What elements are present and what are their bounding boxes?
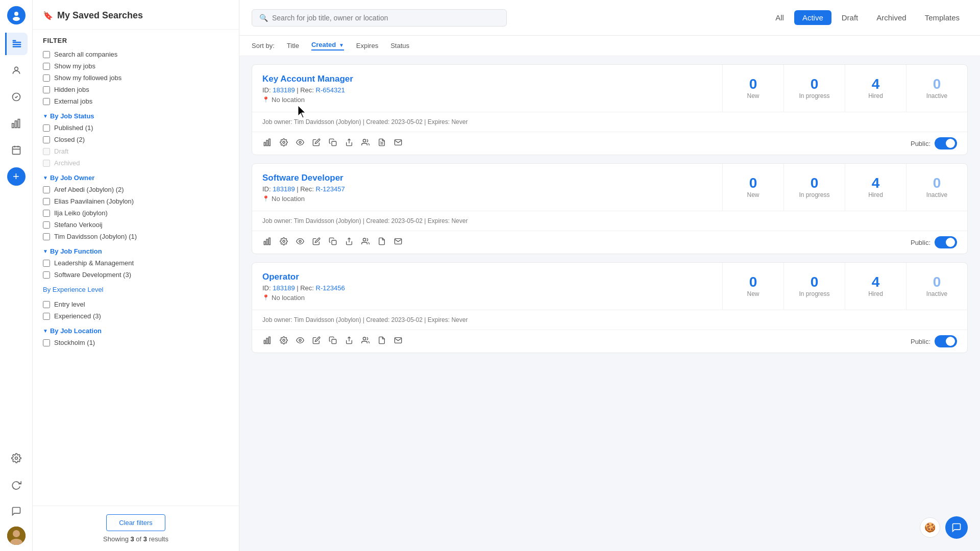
document-icon-btn[interactable] bbox=[377, 137, 387, 149]
tab-active[interactable]: Active bbox=[794, 10, 831, 25]
filter-owner-tim-checkbox[interactable] bbox=[43, 233, 50, 240]
job-rec-link[interactable]: R-654321 bbox=[316, 86, 345, 94]
job-id-link[interactable]: 183189 bbox=[273, 86, 295, 94]
nav-settings-btn[interactable] bbox=[5, 447, 28, 469]
preview-icon-btn[interactable] bbox=[295, 335, 305, 347]
sort-expires[interactable]: Expires bbox=[356, 42, 378, 49]
filter-published-checkbox[interactable] bbox=[43, 124, 50, 132]
filter-experience-entry[interactable]: Entry level bbox=[43, 300, 229, 308]
filter-experience-experienced-checkbox[interactable] bbox=[43, 313, 50, 320]
filter-experience-entry-checkbox[interactable] bbox=[43, 301, 50, 308]
filter-followed-jobs-checkbox[interactable] bbox=[43, 74, 50, 82]
team-icon-btn[interactable] bbox=[360, 137, 371, 149]
filter-hidden-jobs[interactable]: Hidden jobs bbox=[43, 86, 229, 93]
filter-search-all-checkbox[interactable] bbox=[43, 51, 50, 58]
stats-icon-btn[interactable] bbox=[262, 236, 273, 248]
nav-candidates-btn[interactable] bbox=[5, 59, 28, 82]
filter-owner-stefano-checkbox[interactable] bbox=[43, 221, 50, 229]
filter-owner-elias-checkbox[interactable] bbox=[43, 198, 50, 205]
job-rec-link[interactable]: R-123456 bbox=[316, 284, 345, 292]
filter-location-stockholm-checkbox[interactable] bbox=[43, 339, 50, 346]
nav-add-btn[interactable]: + bbox=[7, 167, 26, 186]
stats-icon-btn[interactable] bbox=[262, 137, 273, 149]
chat-btn[interactable] bbox=[945, 516, 968, 539]
edit-icon-btn[interactable] bbox=[311, 236, 322, 248]
preview-icon-btn[interactable] bbox=[295, 137, 305, 149]
filter-external-jobs[interactable]: External jobs bbox=[43, 97, 229, 105]
stats-icon-btn[interactable] bbox=[262, 335, 273, 347]
settings-icon-btn[interactable] bbox=[279, 335, 289, 347]
copy-icon-btn[interactable] bbox=[328, 335, 338, 347]
edit-icon-btn[interactable] bbox=[311, 335, 322, 347]
filter-function-leadership-checkbox[interactable] bbox=[43, 260, 50, 267]
filter-show-my-jobs[interactable]: Show my jobs bbox=[43, 62, 229, 70]
public-toggle[interactable] bbox=[935, 236, 957, 248]
filter-job-status-title[interactable]: ▼ By Job Status bbox=[43, 112, 229, 120]
search-input[interactable] bbox=[272, 14, 499, 22]
filter-owner-tim[interactable]: Tim Davidsson (Jobylon) (1) bbox=[43, 233, 229, 240]
filter-search-all-companies[interactable]: Search all companies bbox=[43, 51, 229, 58]
tab-all[interactable]: All bbox=[767, 10, 792, 25]
job-title[interactable]: Key Account Manager bbox=[262, 74, 712, 84]
filter-job-function-title[interactable]: ▼ By Job Function bbox=[43, 247, 229, 255]
nav-jobs-btn[interactable] bbox=[5, 33, 28, 55]
filter-location-title[interactable]: ▼ By Job Location bbox=[43, 327, 229, 335]
public-toggle[interactable] bbox=[935, 137, 957, 149]
cookie-btn[interactable]: 🍪 bbox=[920, 517, 940, 538]
tab-archived[interactable]: Archived bbox=[868, 10, 914, 25]
filter-published[interactable]: Published (1) bbox=[43, 124, 229, 132]
nav-calendar-btn[interactable] bbox=[5, 139, 28, 161]
team-icon-btn[interactable] bbox=[360, 236, 371, 248]
nav-tasks-btn[interactable] bbox=[5, 86, 28, 108]
sort-status[interactable]: Status bbox=[390, 42, 409, 49]
filter-experience-title[interactable]: By Experience Level bbox=[43, 286, 229, 293]
filter-closed[interactable]: Closed (2) bbox=[43, 136, 229, 143]
filter-function-software[interactable]: Software Development (3) bbox=[43, 271, 229, 279]
settings-icon-btn[interactable] bbox=[279, 236, 289, 248]
filter-my-jobs-checkbox[interactable] bbox=[43, 63, 50, 70]
job-id-link[interactable]: 183189 bbox=[273, 185, 295, 193]
edit-icon-btn[interactable] bbox=[311, 137, 322, 149]
document-icon-btn[interactable] bbox=[377, 236, 387, 248]
filter-owner-ilja-checkbox[interactable] bbox=[43, 210, 50, 217]
email-icon-btn[interactable] bbox=[393, 335, 403, 347]
filter-owner-elias[interactable]: Elias Paavilainen (Jobylon) bbox=[43, 197, 229, 205]
email-icon-btn[interactable] bbox=[393, 236, 403, 248]
nav-messages-btn[interactable] bbox=[5, 500, 28, 522]
job-rec-link[interactable]: R-123457 bbox=[316, 185, 345, 193]
filter-function-leadership[interactable]: Leadership & Management bbox=[43, 259, 229, 267]
sort-title[interactable]: Title bbox=[287, 42, 299, 49]
tab-draft[interactable]: Draft bbox=[834, 10, 867, 25]
filter-show-followed-jobs[interactable]: Show my followed jobs bbox=[43, 74, 229, 82]
share-icon-btn[interactable] bbox=[344, 137, 354, 149]
job-title[interactable]: Software Developer bbox=[262, 173, 712, 183]
filter-location-stockholm[interactable]: Stockholm (1) bbox=[43, 339, 229, 346]
team-icon-btn[interactable] bbox=[360, 335, 371, 347]
filter-closed-checkbox[interactable] bbox=[43, 136, 50, 143]
public-toggle[interactable] bbox=[935, 335, 957, 347]
filter-owner-ilja[interactable]: Ilja Leiko (jobylon) bbox=[43, 209, 229, 217]
sort-created[interactable]: Created ▼ bbox=[311, 41, 344, 51]
nav-refresh-btn[interactable] bbox=[5, 473, 28, 496]
share-icon-btn[interactable] bbox=[344, 335, 354, 347]
clear-filters-button[interactable]: Clear filters bbox=[106, 514, 165, 531]
filter-experience-experienced[interactable]: Experienced (3) bbox=[43, 312, 229, 320]
copy-icon-btn[interactable] bbox=[328, 137, 338, 149]
filter-hidden-jobs-checkbox[interactable] bbox=[43, 86, 50, 93]
share-icon-btn[interactable] bbox=[344, 236, 354, 248]
user-avatar[interactable] bbox=[7, 527, 26, 545]
email-icon-btn[interactable] bbox=[393, 137, 403, 149]
filter-owner-aref[interactable]: Aref Abedi (Jobylon) (2) bbox=[43, 186, 229, 193]
filter-owner-aref-checkbox[interactable] bbox=[43, 186, 50, 193]
copy-icon-btn[interactable] bbox=[328, 236, 338, 248]
preview-icon-btn[interactable] bbox=[295, 236, 305, 248]
filter-job-owner-title[interactable]: ▼ By Job Owner bbox=[43, 174, 229, 182]
nav-analytics-btn[interactable] bbox=[5, 112, 28, 135]
job-title[interactable]: Operator bbox=[262, 272, 712, 282]
filter-function-software-checkbox[interactable] bbox=[43, 271, 50, 279]
settings-icon-btn[interactable] bbox=[279, 137, 289, 149]
filter-external-jobs-checkbox[interactable] bbox=[43, 98, 50, 105]
filter-owner-stefano[interactable]: Stefano Verkooij bbox=[43, 221, 229, 229]
job-id-link[interactable]: 183189 bbox=[273, 284, 295, 292]
app-logo[interactable] bbox=[7, 6, 26, 24]
